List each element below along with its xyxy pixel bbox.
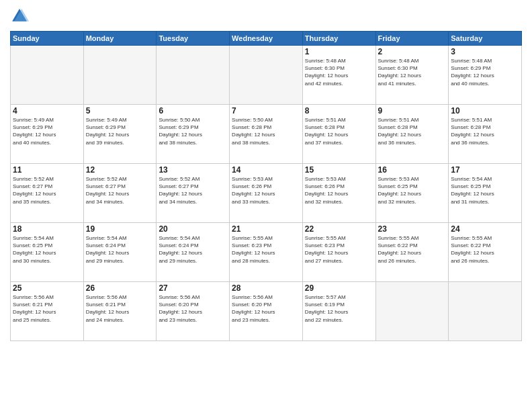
day-number: 21 xyxy=(232,224,300,234)
day-number: 15 xyxy=(305,165,373,175)
day-number: 25 xyxy=(13,283,81,293)
calendar-cell: 24Sunrise: 5:55 AM Sunset: 6:22 PM Dayli… xyxy=(449,223,522,282)
day-info: Sunrise: 5:54 AM Sunset: 6:24 PM Dayligh… xyxy=(86,234,154,265)
day-info: Sunrise: 5:56 AM Sunset: 6:20 PM Dayligh… xyxy=(159,293,227,324)
header-row: SundayMondayTuesdayWednesdayThursdayFrid… xyxy=(11,32,522,46)
day-info: Sunrise: 5:55 AM Sunset: 6:22 PM Dayligh… xyxy=(378,234,447,265)
day-info: Sunrise: 5:50 AM Sunset: 6:29 PM Dayligh… xyxy=(159,116,227,146)
col-header-friday: Friday xyxy=(375,32,449,46)
day-number: 18 xyxy=(13,224,81,234)
day-info: Sunrise: 5:52 AM Sunset: 6:27 PM Dayligh… xyxy=(13,175,81,205)
col-header-saturday: Saturday xyxy=(449,32,522,46)
calendar-cell: 14Sunrise: 5:53 AM Sunset: 6:26 PM Dayli… xyxy=(230,164,303,223)
day-info: Sunrise: 5:49 AM Sunset: 6:29 PM Dayligh… xyxy=(86,116,154,146)
day-number: 26 xyxy=(86,283,154,293)
day-number: 5 xyxy=(86,106,154,116)
calendar-cell xyxy=(83,46,157,105)
day-number: 23 xyxy=(378,224,447,234)
day-number: 3 xyxy=(451,47,519,56)
calendar-table: SundayMondayTuesdayWednesdayThursdayFrid… xyxy=(10,31,522,341)
day-info: Sunrise: 5:48 AM Sunset: 6:30 PM Dayligh… xyxy=(305,57,373,87)
day-info: Sunrise: 5:56 AM Sunset: 6:21 PM Dayligh… xyxy=(86,293,154,324)
day-number: 12 xyxy=(86,165,154,175)
col-header-wednesday: Wednesday xyxy=(230,32,303,46)
day-number: 2 xyxy=(378,47,447,56)
day-number: 20 xyxy=(159,224,227,234)
day-number: 14 xyxy=(232,165,300,175)
day-info: Sunrise: 5:56 AM Sunset: 6:21 PM Dayligh… xyxy=(13,293,81,324)
day-info: Sunrise: 5:54 AM Sunset: 6:24 PM Dayligh… xyxy=(159,234,227,265)
calendar-cell: 9Sunrise: 5:51 AM Sunset: 6:28 PM Daylig… xyxy=(375,105,449,164)
day-number: 11 xyxy=(13,165,81,175)
week-row-2: 4Sunrise: 5:49 AM Sunset: 6:29 PM Daylig… xyxy=(11,105,522,164)
calendar-cell: 26Sunrise: 5:56 AM Sunset: 6:21 PM Dayli… xyxy=(83,282,157,341)
day-info: Sunrise: 5:51 AM Sunset: 6:28 PM Dayligh… xyxy=(378,116,447,146)
calendar-cell: 5Sunrise: 5:49 AM Sunset: 6:29 PM Daylig… xyxy=(83,105,157,164)
header xyxy=(10,7,522,26)
calendar-cell: 6Sunrise: 5:50 AM Sunset: 6:29 PM Daylig… xyxy=(157,105,230,164)
calendar-cell: 2Sunrise: 5:48 AM Sunset: 6:30 PM Daylig… xyxy=(375,46,449,105)
calendar-cell: 4Sunrise: 5:49 AM Sunset: 6:29 PM Daylig… xyxy=(11,105,84,164)
col-header-sunday: Sunday xyxy=(11,32,84,46)
calendar-cell: 27Sunrise: 5:56 AM Sunset: 6:20 PM Dayli… xyxy=(157,282,230,341)
day-info: Sunrise: 5:51 AM Sunset: 6:28 PM Dayligh… xyxy=(451,116,519,146)
day-number: 4 xyxy=(13,106,81,116)
calendar-cell xyxy=(375,282,449,341)
day-info: Sunrise: 5:48 AM Sunset: 6:30 PM Dayligh… xyxy=(378,57,447,87)
calendar-cell: 29Sunrise: 5:57 AM Sunset: 6:19 PM Dayli… xyxy=(302,282,375,341)
col-header-thursday: Thursday xyxy=(302,32,375,46)
calendar-cell: 11Sunrise: 5:52 AM Sunset: 6:27 PM Dayli… xyxy=(11,164,84,223)
day-info: Sunrise: 5:55 AM Sunset: 6:22 PM Dayligh… xyxy=(451,234,519,265)
day-number: 22 xyxy=(305,224,373,234)
day-info: Sunrise: 5:51 AM Sunset: 6:28 PM Dayligh… xyxy=(305,116,373,146)
page: SundayMondayTuesdayWednesdayThursdayFrid… xyxy=(0,0,532,411)
day-info: Sunrise: 5:57 AM Sunset: 6:19 PM Dayligh… xyxy=(305,293,373,324)
logo-icon xyxy=(10,7,29,26)
day-info: Sunrise: 5:49 AM Sunset: 6:29 PM Dayligh… xyxy=(13,116,81,146)
day-info: Sunrise: 5:48 AM Sunset: 6:29 PM Dayligh… xyxy=(451,57,519,87)
calendar-cell: 20Sunrise: 5:54 AM Sunset: 6:24 PM Dayli… xyxy=(157,223,230,282)
day-number: 27 xyxy=(159,283,227,293)
day-info: Sunrise: 5:52 AM Sunset: 6:27 PM Dayligh… xyxy=(86,175,154,205)
day-number: 29 xyxy=(305,283,373,293)
calendar-cell: 13Sunrise: 5:52 AM Sunset: 6:27 PM Dayli… xyxy=(157,164,230,223)
day-info: Sunrise: 5:53 AM Sunset: 6:26 PM Dayligh… xyxy=(232,175,300,205)
calendar-cell xyxy=(449,282,522,341)
calendar-cell: 15Sunrise: 5:53 AM Sunset: 6:26 PM Dayli… xyxy=(302,164,375,223)
day-number: 16 xyxy=(378,165,447,175)
day-number: 17 xyxy=(451,165,519,175)
day-number: 7 xyxy=(232,106,300,116)
calendar-cell: 19Sunrise: 5:54 AM Sunset: 6:24 PM Dayli… xyxy=(83,223,157,282)
day-number: 1 xyxy=(305,47,373,56)
week-row-4: 18Sunrise: 5:54 AM Sunset: 6:25 PM Dayli… xyxy=(11,223,522,282)
day-info: Sunrise: 5:54 AM Sunset: 6:25 PM Dayligh… xyxy=(451,175,519,205)
calendar-cell: 17Sunrise: 5:54 AM Sunset: 6:25 PM Dayli… xyxy=(449,164,522,223)
calendar-cell: 21Sunrise: 5:55 AM Sunset: 6:23 PM Dayli… xyxy=(230,223,303,282)
calendar-cell: 12Sunrise: 5:52 AM Sunset: 6:27 PM Dayli… xyxy=(83,164,157,223)
calendar-cell xyxy=(230,46,303,105)
day-number: 19 xyxy=(86,224,154,234)
col-header-tuesday: Tuesday xyxy=(157,32,230,46)
day-info: Sunrise: 5:53 AM Sunset: 6:25 PM Dayligh… xyxy=(378,175,447,205)
day-number: 8 xyxy=(305,106,373,116)
logo xyxy=(10,7,32,26)
calendar-cell: 25Sunrise: 5:56 AM Sunset: 6:21 PM Dayli… xyxy=(11,282,84,341)
week-row-5: 25Sunrise: 5:56 AM Sunset: 6:21 PM Dayli… xyxy=(11,282,522,341)
day-number: 10 xyxy=(451,106,519,116)
calendar-cell: 8Sunrise: 5:51 AM Sunset: 6:28 PM Daylig… xyxy=(302,105,375,164)
day-number: 24 xyxy=(451,224,519,234)
calendar-cell: 3Sunrise: 5:48 AM Sunset: 6:29 PM Daylig… xyxy=(449,46,522,105)
day-info: Sunrise: 5:55 AM Sunset: 6:23 PM Dayligh… xyxy=(232,234,300,265)
calendar-cell: 1Sunrise: 5:48 AM Sunset: 6:30 PM Daylig… xyxy=(302,46,375,105)
week-row-3: 11Sunrise: 5:52 AM Sunset: 6:27 PM Dayli… xyxy=(11,164,522,223)
day-info: Sunrise: 5:53 AM Sunset: 6:26 PM Dayligh… xyxy=(305,175,373,205)
calendar-cell: 16Sunrise: 5:53 AM Sunset: 6:25 PM Dayli… xyxy=(375,164,449,223)
day-number: 13 xyxy=(159,165,227,175)
calendar-cell: 22Sunrise: 5:55 AM Sunset: 6:23 PM Dayli… xyxy=(302,223,375,282)
col-header-monday: Monday xyxy=(83,32,157,46)
day-info: Sunrise: 5:52 AM Sunset: 6:27 PM Dayligh… xyxy=(159,175,227,205)
calendar-cell: 28Sunrise: 5:56 AM Sunset: 6:20 PM Dayli… xyxy=(230,282,303,341)
day-number: 28 xyxy=(232,283,300,293)
calendar-cell xyxy=(11,46,84,105)
calendar-cell: 7Sunrise: 5:50 AM Sunset: 6:28 PM Daylig… xyxy=(230,105,303,164)
